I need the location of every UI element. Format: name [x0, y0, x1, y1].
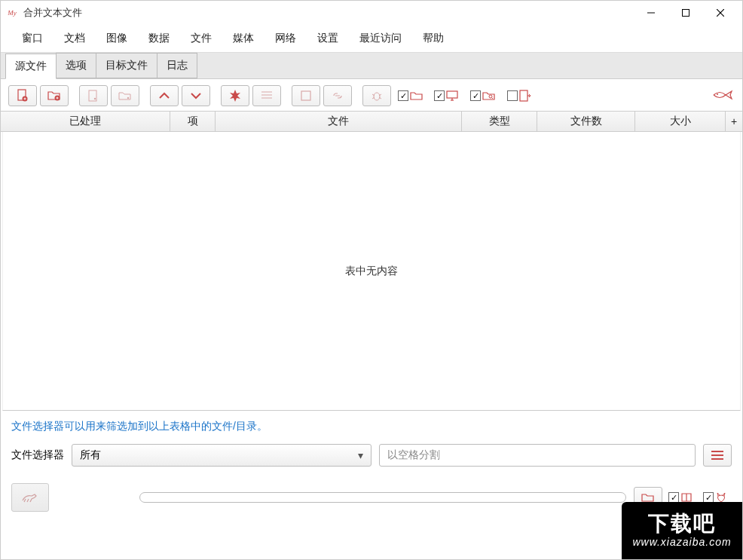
folder-icon — [641, 492, 655, 503]
unchecked-icon — [507, 90, 518, 101]
menu-image[interactable]: 图像 — [96, 27, 138, 50]
menu-network[interactable]: 网络 — [264, 27, 307, 50]
col-item[interactable]: 项 — [170, 112, 216, 131]
filter-help: 文件选择器可以用来筛选加到以上表格中的文件/目录。 — [1, 411, 742, 438]
list-button[interactable] — [252, 85, 281, 106]
svg-marker-14 — [230, 90, 240, 102]
check-icon: ✓ — [703, 492, 714, 503]
col-add[interactable]: + — [726, 112, 742, 131]
filter-select-value: 所有 — [80, 448, 101, 462]
clear-button[interactable] — [221, 85, 249, 106]
maximize-icon — [682, 9, 689, 17]
minimize-icon — [647, 9, 655, 17]
svg-point-12 — [94, 98, 96, 99]
add-file-icon — [16, 89, 29, 103]
svg-line-28 — [492, 98, 494, 99]
table-body: 表中无内容 — [2, 132, 741, 411]
check-icon: ✓ — [398, 90, 408, 101]
table-header: 已处理 项 文件 类型 文件数 大小 + — [1, 111, 742, 132]
link-icon — [331, 90, 344, 101]
folder-icon — [118, 90, 132, 101]
col-processed[interactable]: 已处理 — [1, 112, 170, 131]
check-search-toggle[interactable]: ✓ — [466, 85, 500, 106]
menu-media[interactable]: 媒体 — [222, 27, 264, 50]
menu-document[interactable]: 文档 — [54, 27, 96, 50]
col-count[interactable]: 文件数 — [537, 112, 635, 131]
watermark-title: 下载吧 — [648, 513, 716, 534]
burst-icon — [228, 89, 242, 103]
close-button[interactable] — [703, 1, 738, 25]
fish-icon — [712, 88, 735, 104]
check-exit-toggle[interactable] — [503, 85, 536, 106]
link-button[interactable] — [323, 85, 352, 106]
chevron-down-icon — [190, 91, 202, 100]
toolbar: ✓ ✓ ✓ — [1, 79, 742, 111]
check-monitor-toggle[interactable]: ✓ — [430, 85, 463, 106]
filter-placeholder: 以空格分割 — [387, 448, 440, 462]
svg-point-19 — [374, 93, 380, 100]
tabstrip: 源文件 选项 目标文件 日志 — [1, 52, 742, 79]
menu-recent[interactable]: 最近访问 — [349, 27, 412, 50]
empty-message: 表中无内容 — [345, 265, 398, 278]
hamburger-icon — [711, 451, 723, 452]
tab-log[interactable]: 日志 — [157, 53, 197, 78]
filter-select[interactable]: 所有 ▾ — [72, 444, 372, 467]
file-icon — [88, 90, 99, 102]
filter-label: 文件选择器 — [11, 448, 64, 462]
svg-rect-1 — [683, 10, 689, 17]
app-window: My 合并文本文件 窗口 文档 图像 数据 文件 媒体 网络 设置 最近访问 帮… — [0, 0, 743, 560]
bug-button[interactable] — [362, 85, 391, 106]
titlebar: My 合并文本文件 — [1, 1, 742, 25]
chevron-up-icon — [158, 91, 170, 100]
svg-point-13 — [127, 97, 129, 99]
menubar: 窗口 文档 图像 数据 文件 媒体 网络 设置 最近访问 帮助 — [1, 25, 742, 52]
menu-window[interactable]: 窗口 — [11, 27, 54, 50]
antelope-icon — [20, 490, 41, 505]
app-icon: My — [5, 6, 19, 20]
add-folder-button[interactable] — [40, 85, 69, 106]
folder-small-icon — [410, 90, 423, 101]
run-button[interactable] — [11, 483, 49, 512]
col-file[interactable]: 文件 — [216, 112, 462, 131]
tab-options[interactable]: 选项 — [56, 53, 96, 78]
svg-rect-24 — [447, 91, 457, 98]
book-icon — [680, 492, 693, 503]
bug-icon — [371, 90, 383, 102]
check-icon: ✓ — [470, 90, 481, 101]
svg-point-27 — [489, 95, 492, 98]
menu-file[interactable]: 文件 — [180, 27, 222, 50]
col-type[interactable]: 类型 — [462, 112, 537, 131]
check-icon: ✓ — [434, 90, 445, 101]
minimize-button[interactable] — [634, 1, 668, 25]
list-icon — [261, 90, 273, 101]
window-title: 合并文本文件 — [23, 6, 82, 20]
select-button[interactable] — [292, 85, 320, 106]
watermark: 下载吧 www.xiazaiba.com — [622, 502, 742, 559]
col-size[interactable]: 大小 — [635, 112, 726, 131]
progress-bar — [139, 492, 626, 503]
add-file-button[interactable] — [8, 85, 37, 106]
tab-target[interactable]: 目标文件 — [96, 53, 157, 78]
watermark-url: www.xiazaiba.com — [632, 536, 731, 548]
check-icon: ✓ — [668, 492, 679, 503]
file-button[interactable] — [79, 85, 108, 106]
close-icon — [717, 9, 724, 17]
folder-button[interactable] — [111, 85, 139, 106]
move-up-button[interactable] — [150, 85, 179, 106]
menu-help[interactable]: 帮助 — [412, 27, 454, 50]
square-icon — [301, 90, 311, 101]
tab-source[interactable]: 源文件 — [5, 54, 57, 79]
maximize-button[interactable] — [668, 1, 703, 25]
svg-rect-18 — [301, 91, 310, 100]
exit-icon — [519, 90, 531, 102]
move-down-button[interactable] — [182, 85, 210, 106]
filter-input[interactable]: 以空格分割 — [379, 444, 696, 467]
filter-menu-button[interactable] — [703, 444, 732, 467]
folder-search-icon — [482, 90, 496, 101]
add-folder-icon — [47, 89, 62, 103]
filter-row: 文件选择器 所有 ▾ 以空格分割 — [1, 438, 742, 473]
menu-settings[interactable]: 设置 — [307, 27, 349, 50]
svg-point-31 — [717, 93, 718, 95]
check-folder-toggle[interactable]: ✓ — [394, 85, 427, 106]
menu-data[interactable]: 数据 — [138, 27, 180, 50]
